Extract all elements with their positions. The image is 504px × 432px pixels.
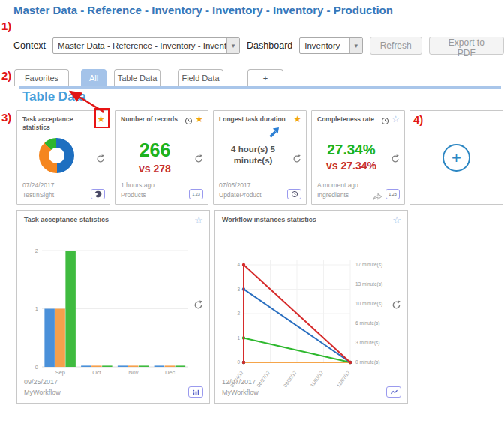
donut-hole xyxy=(49,148,64,164)
favorite-star-icon[interactable]: ☆ xyxy=(392,216,401,224)
plus-icon: + xyxy=(452,148,461,168)
tile-source: UpdateProduct xyxy=(219,190,262,200)
tile-title: Completeness rate xyxy=(317,116,379,124)
annotation-2: 2) xyxy=(2,69,11,82)
svg-text:09/30/17: 09/30/17 xyxy=(283,369,298,388)
tile-add-new[interactable]: + xyxy=(410,110,503,205)
svg-text:Nov: Nov xyxy=(128,369,139,376)
number-badge: 1.23 xyxy=(189,189,203,200)
svg-text:11/03/17: 11/03/17 xyxy=(309,369,324,388)
tile-source: Ingredients xyxy=(317,190,358,200)
tile-title: Task acceptance statistics xyxy=(24,216,192,225)
refresh-icon[interactable] xyxy=(96,153,105,162)
tile-date: 07/05/2017 xyxy=(219,181,262,190)
annotation-1: 1) xyxy=(2,20,11,32)
annotation-arrow xyxy=(63,84,110,116)
tile-title: Longest task duration xyxy=(219,116,291,124)
svg-text:12/07/17: 12/07/17 xyxy=(336,369,351,388)
favorite-star-icon[interactable]: ☆ xyxy=(392,116,400,124)
tile-workflow-instances-chart[interactable]: Workflow instances statistics ☆ 07/24/17… xyxy=(214,210,408,404)
refresh-icon[interactable] xyxy=(391,153,400,162)
tile-title: Task acceptance statistics xyxy=(22,116,94,132)
dashboard-label: Dashboard xyxy=(247,40,292,51)
svg-text:4: 4 xyxy=(237,262,240,267)
context-select-value: Master Data - Reference - Inventory - In… xyxy=(53,38,226,53)
tab-table-data[interactable]: Table Data xyxy=(114,69,160,86)
tile-number-of-records[interactable]: Number of records ★ 266 vs 278 1 hours a… xyxy=(115,110,208,205)
number-badge: 1.23 xyxy=(386,189,400,200)
svg-text:13 minute(s): 13 minute(s) xyxy=(356,281,382,287)
chevron-down-icon: ▾ xyxy=(226,38,239,53)
refresh-icon[interactable] xyxy=(194,299,203,309)
annotation-4: 4) xyxy=(413,113,423,126)
donut-chart xyxy=(39,138,74,173)
svg-text:0: 0 xyxy=(237,359,240,364)
tab-add[interactable]: + xyxy=(248,69,284,86)
line-chart-badge-icon xyxy=(386,386,401,398)
svg-text:3 minute(s): 3 minute(s) xyxy=(356,340,380,346)
annotation-3: 3) xyxy=(2,111,11,124)
tile-source: MyWorkflow xyxy=(24,388,61,398)
tab-field-data[interactable]: Field Data xyxy=(178,69,224,86)
svg-text:1: 1 xyxy=(237,335,240,340)
tile-updated: 1 hours ago xyxy=(121,181,154,190)
refresh-icon[interactable] xyxy=(392,299,401,309)
tile-longest-task-duration[interactable]: Longest task duration ★ 4 hour(s) 5 minu… xyxy=(213,110,307,205)
share-arrow-icon xyxy=(373,190,382,199)
context-toolbar: Context Master Data - Reference - Invent… xyxy=(14,37,504,55)
svg-text:10 minute(s): 10 minute(s) xyxy=(356,301,382,307)
tile-title: Number of records xyxy=(121,116,182,124)
tile-source: TestInSight xyxy=(22,190,55,200)
tile-updated: A moment ago xyxy=(317,181,358,190)
tile-completeness-rate[interactable]: Completeness rate ☆ 27.34% vs 27.34% A m… xyxy=(311,110,405,205)
history-clock-icon xyxy=(184,115,193,123)
chevron-down-icon: ▾ xyxy=(350,38,362,53)
context-label: Context xyxy=(14,40,46,51)
kpi-value: 27.34% xyxy=(314,142,389,157)
svg-text:0 minute(s): 0 minute(s) xyxy=(356,359,380,365)
svg-text:17 minute(s): 17 minute(s) xyxy=(356,262,382,268)
favorite-star-icon[interactable]: ★ xyxy=(293,116,302,124)
tile-title: Workflow instances statistics xyxy=(222,216,390,225)
kpi-value: 266 xyxy=(117,141,193,160)
svg-text:Dec: Dec xyxy=(165,369,176,376)
favorite-star-icon[interactable]: ★ xyxy=(195,116,203,124)
favorite-star-icon[interactable]: ☆ xyxy=(194,216,203,224)
kpi-value: 4 hour(s) 5 minute(s) xyxy=(215,144,291,166)
tile-source: MyWorkflow xyxy=(222,388,259,398)
dashboard-select-value: Inventory xyxy=(300,38,349,53)
svg-text:1: 1 xyxy=(35,305,38,312)
history-clock-icon xyxy=(381,115,389,123)
refresh-icon[interactable] xyxy=(292,153,302,162)
tile-date: 12/07/2017 xyxy=(222,377,259,388)
svg-text:2: 2 xyxy=(35,248,38,254)
svg-text:0: 0 xyxy=(35,364,38,370)
refresh-icon[interactable] xyxy=(194,153,203,162)
tile-date: 07/24/2017 xyxy=(22,181,55,190)
context-select[interactable]: Master Data - Reference - Inventory - In… xyxy=(52,38,240,54)
duration-clock-badge-icon xyxy=(287,189,302,200)
dashboard-screen: Master Data - Reference - Inventory - In… xyxy=(0,0,504,432)
kpi-compare: vs 278 xyxy=(117,163,193,175)
svg-text:3: 3 xyxy=(237,286,240,292)
page-title: Master Data - Reference - Inventory - In… xyxy=(14,4,393,16)
kpi-compare: vs 27.34% xyxy=(314,160,389,172)
pie-chart-badge-icon xyxy=(91,189,105,200)
tile-task-acceptance-chart[interactable]: Task acceptance statistics ☆ 012SepOctNo… xyxy=(16,210,210,404)
add-tile-button[interactable]: + xyxy=(442,144,470,172)
export-pdf-button[interactable]: Export to PDF xyxy=(429,37,504,55)
tab-favorites[interactable]: Favorites xyxy=(14,69,69,86)
svg-text:Sep: Sep xyxy=(56,369,65,376)
trend-up-arrow-icon xyxy=(268,127,280,139)
dashboard-select[interactable]: Inventory ▾ xyxy=(299,38,362,54)
tile-date: 09/25/2017 xyxy=(24,377,61,388)
bar-chart: 012SepOctNovDec xyxy=(23,233,196,386)
refresh-button[interactable]: Refresh xyxy=(370,37,422,55)
svg-text:6 minute(s): 6 minute(s) xyxy=(356,320,380,326)
line-chart: 07/24/1708/27/1709/30/1711/03/1712/07/17… xyxy=(221,233,404,394)
svg-text:2: 2 xyxy=(237,310,240,316)
tab-all[interactable]: All xyxy=(81,69,106,86)
svg-text:Oct: Oct xyxy=(92,369,102,376)
bar-chart-badge-icon xyxy=(188,386,203,398)
tile-source: Products xyxy=(121,190,154,200)
